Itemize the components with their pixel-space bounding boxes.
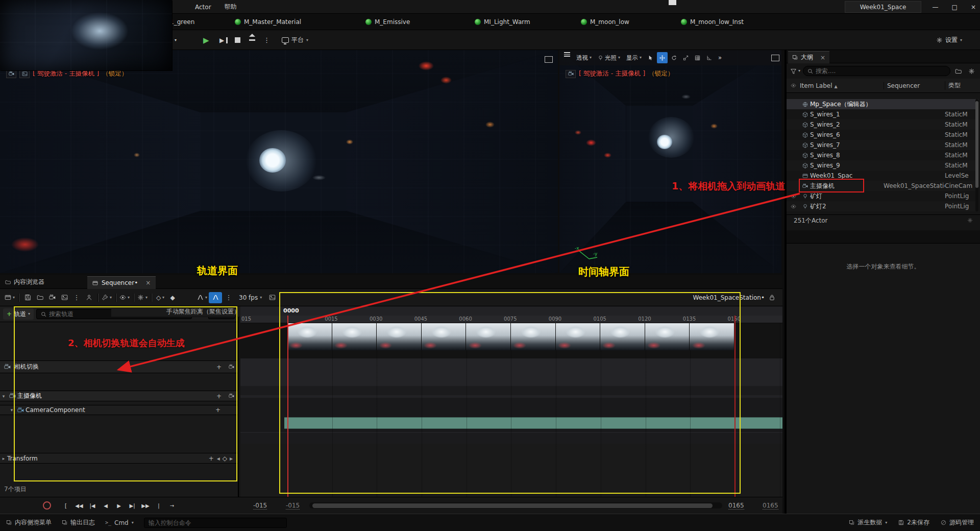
maximize-viewport-icon[interactable] bbox=[545, 56, 553, 63]
material-asset-item[interactable]: M_moon_low_Inst bbox=[681, 14, 744, 30]
viewport-option-icon[interactable] bbox=[6, 70, 16, 78]
add-section-button[interactable]: + bbox=[213, 393, 225, 400]
transport-button[interactable]: ▶▶ bbox=[140, 500, 151, 511]
stop-button[interactable] bbox=[235, 34, 240, 46]
visibility-eye-icon[interactable] bbox=[787, 204, 800, 209]
platforms-dropdown[interactable]: 平台▾ bbox=[282, 34, 308, 46]
transport-button[interactable]: ▶| bbox=[127, 500, 138, 511]
play-button[interactable]: ▶ bbox=[203, 34, 209, 46]
working-range-end-field[interactable]: 0165 bbox=[763, 502, 778, 510]
camera-cuts-filmstrip[interactable] bbox=[287, 323, 734, 350]
transport-button[interactable]: |◀ bbox=[87, 500, 98, 511]
minimize-button[interactable]: — bbox=[933, 4, 939, 11]
viewport-pilot-icon[interactable] bbox=[19, 70, 30, 78]
outliner-row[interactable]: S_wires_7 StaticM bbox=[787, 140, 978, 150]
playhead-line[interactable] bbox=[287, 316, 288, 497]
viewport-left[interactable]: [ 驾驶激活 - 主摄像机 ] （锁定） bbox=[0, 50, 558, 273]
camera-cut-camera-icon[interactable] bbox=[225, 364, 238, 370]
timeline-ruler[interactable]: 015 001500300045006000750090010501200135… bbox=[240, 316, 782, 323]
toolbar-overflow-icon[interactable]: » bbox=[716, 52, 724, 63]
fps-dropdown[interactable]: 30 fps▾ bbox=[235, 292, 265, 303]
column-type[interactable]: 类型 bbox=[945, 81, 980, 90]
select-tool-icon[interactable] bbox=[645, 52, 656, 63]
expand-arrow-icon[interactable]: ▾ bbox=[0, 394, 7, 399]
outliner-search-input[interactable] bbox=[803, 66, 950, 76]
outliner-row[interactable]: S_wires_6 StaticM bbox=[787, 130, 978, 140]
timeline-scrollbar[interactable] bbox=[309, 502, 722, 509]
create-camera-icon[interactable] bbox=[46, 292, 58, 304]
add-property-button[interactable]: + bbox=[212, 406, 224, 414]
outliner-row[interactable]: S_wires_1 StaticM bbox=[787, 109, 978, 119]
play-options-kebab-icon[interactable]: ⋮ bbox=[263, 34, 270, 46]
save-sequence-icon[interactable] bbox=[22, 292, 33, 304]
camera-cuts-track-row[interactable]: 相机切换 + bbox=[0, 360, 238, 373]
move-tool-icon[interactable] bbox=[657, 52, 668, 63]
curve-editor-dropdown[interactable]: ▾ bbox=[197, 292, 208, 304]
cmd-dropdown[interactable]: >_ Cmd▾ bbox=[105, 519, 134, 526]
thumbnail-toggle-icon[interactable] bbox=[266, 292, 278, 304]
material-asset-item[interactable]: M_moon_low bbox=[581, 14, 629, 30]
menu-item[interactable]: Actor bbox=[195, 4, 211, 11]
restore-button[interactable]: □ bbox=[952, 4, 958, 11]
transform-track-row[interactable]: ▸ Transform + ◂◇▸ bbox=[0, 453, 238, 464]
find-in-content-browser-icon[interactable] bbox=[34, 292, 45, 304]
outliner-tab[interactable]: 大纲 × bbox=[788, 51, 829, 63]
outliner-settings-icon[interactable] bbox=[966, 65, 977, 77]
unsaved-button[interactable]: 2未保存 bbox=[898, 518, 929, 527]
outliner-filter-icon[interactable]: ▾ bbox=[790, 65, 801, 77]
camera-component-row[interactable]: ▾ CameraComponent + bbox=[0, 405, 238, 415]
outliner-scrollbar[interactable] bbox=[975, 99, 978, 211]
outliner-row[interactable]: Mp_Space（编辑器） bbox=[787, 99, 978, 109]
add-camera-cut-button[interactable]: + bbox=[213, 364, 225, 371]
settings-dropdown[interactable]: 设置▾ bbox=[936, 34, 962, 46]
add-actor-icon[interactable] bbox=[83, 292, 94, 304]
material-asset-item[interactable]: M_Emissive bbox=[365, 14, 410, 30]
view-options-dropdown[interactable]: ▾ bbox=[119, 292, 130, 304]
add-key-button[interactable]: + bbox=[206, 455, 217, 462]
visibility-eye-icon[interactable] bbox=[787, 194, 800, 199]
grid-snap-icon[interactable] bbox=[692, 52, 703, 63]
view-range-start-field[interactable]: -015 bbox=[286, 502, 300, 510]
record-button[interactable] bbox=[43, 501, 51, 510]
lock-icon[interactable] bbox=[769, 294, 775, 301]
transport-button[interactable]: | bbox=[153, 500, 164, 511]
show-dropdown[interactable]: 显示▾ bbox=[624, 52, 644, 63]
window-title-tab[interactable]: Week01_Space bbox=[845, 1, 921, 13]
outliner-row[interactable]: S_wires_8 StaticM bbox=[787, 150, 978, 160]
outliner-row[interactable]: S_wires_9 StaticM bbox=[787, 160, 978, 171]
auto-key-icon[interactable]: ◆ bbox=[167, 292, 178, 304]
transport-button[interactable]: ◀◀ bbox=[74, 500, 85, 511]
timeline-scrollbar-thumb[interactable] bbox=[312, 503, 713, 508]
material-asset-item[interactable]: M_Master_Material bbox=[235, 14, 301, 30]
revision-control-button[interactable]: 源码管理 bbox=[941, 518, 974, 527]
console-command-input[interactable] bbox=[144, 518, 287, 528]
outliner-row[interactable]: 矿灯 PointLig bbox=[787, 191, 978, 201]
sequence-browse-dropdown[interactable]: ▾ bbox=[4, 292, 15, 304]
content-browser-tab[interactable]: 内容浏览器 bbox=[0, 278, 50, 286]
footer-settings-icon[interactable] bbox=[967, 218, 973, 225]
derived-data-button[interactable]: 派生数据▾ bbox=[849, 518, 887, 527]
playback-options-dropdown[interactable]: ▾ bbox=[137, 292, 148, 304]
expand-arrow-icon[interactable]: ▾ bbox=[8, 407, 15, 413]
keyframe-options-dropdown[interactable]: ◇▾ bbox=[155, 292, 166, 304]
frame-skip-button[interactable]: ▶ bbox=[219, 34, 228, 46]
curve-kebab-icon[interactable]: ⋮ bbox=[223, 292, 234, 304]
working-range-start-field[interactable]: -015 bbox=[253, 502, 267, 510]
toolbar-overflow-chevron-icon[interactable]: ▾ bbox=[175, 34, 177, 46]
viewport-option-icon[interactable] bbox=[566, 70, 576, 78]
outliner-row[interactable]: S_wires_2 StaticM bbox=[787, 119, 978, 130]
rotation-snap-icon[interactable] bbox=[704, 52, 715, 63]
sequencer-settings-dropdown[interactable]: ▾ bbox=[101, 292, 112, 304]
pilot-camera-icon[interactable] bbox=[225, 393, 238, 399]
visibility-column-eye-icon[interactable] bbox=[787, 83, 800, 88]
transport-button[interactable]: ◀ bbox=[100, 500, 111, 511]
camera-track-row[interactable]: ▾ 主摄像机 + bbox=[0, 391, 238, 401]
eject-button[interactable] bbox=[249, 34, 255, 46]
close-button[interactable]: × bbox=[971, 4, 976, 11]
sequencer-timeline[interactable]: 015 001500300045006000750090010501200135… bbox=[240, 306, 782, 497]
curve-filter-toggle[interactable] bbox=[209, 292, 222, 303]
content-drawer-button[interactable]: 内容侧滑菜单 bbox=[6, 518, 52, 527]
close-tab-icon[interactable]: × bbox=[820, 54, 825, 61]
outliner-row[interactable]: 矿灯2 PointLig bbox=[787, 201, 978, 211]
viewport-menu-hamburger-icon[interactable] bbox=[561, 52, 573, 63]
